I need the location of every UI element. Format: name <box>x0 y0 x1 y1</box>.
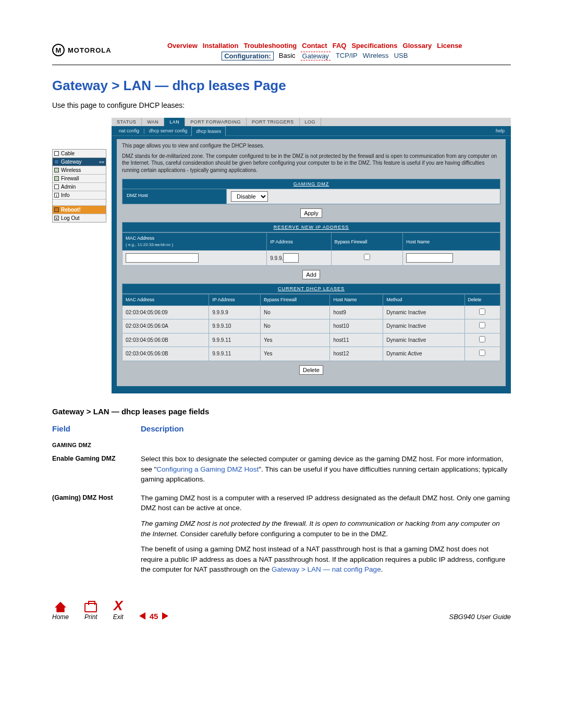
tab-status[interactable]: STATUS <box>112 118 142 126</box>
section-current-leases: CURRENT DHCP LEASES <box>122 283 500 294</box>
exit-icon: X <box>113 599 124 612</box>
delete-checkbox[interactable] <box>479 322 485 328</box>
panel-desc-2: DMZ stands for de-militarized zone. The … <box>122 153 500 174</box>
top-bar: M MOTOROLA Overview Installation Trouble… <box>52 42 511 60</box>
page-number: 45 <box>150 612 158 621</box>
subnav-wireless[interactable]: Wireless <box>363 52 389 60</box>
col-field: Field <box>52 423 141 439</box>
help-link[interactable]: help <box>493 126 508 135</box>
panel-tabs: STATUS WAN LAN PORT FORWARDING PORT TRIG… <box>112 118 511 126</box>
sidebar-spacer <box>53 200 106 206</box>
subnav-gateway[interactable]: Gateway <box>301 52 331 60</box>
sidebar-item-gateway[interactable]: Gateway»» <box>53 158 106 166</box>
sidebar-item-cable[interactable]: Cable <box>53 150 106 158</box>
print-button[interactable]: Print <box>84 603 97 621</box>
reserve-host-input[interactable] <box>406 253 453 263</box>
section-reserve-ip: RESERVE NEW IP ADDRESS <box>122 222 500 232</box>
intro-text: Use this page to configure DHCP leases: <box>52 101 511 109</box>
prev-page-button[interactable] <box>139 612 145 620</box>
chevron-right-icon: »» <box>99 159 104 165</box>
subtab-dhcp-leases[interactable]: dhcp leases <box>191 126 226 136</box>
nav-specifications[interactable]: Specifications <box>351 42 397 50</box>
nav-faq[interactable]: FAQ <box>333 42 347 50</box>
tab-port-triggers[interactable]: PORT TRIGGERS <box>247 118 300 126</box>
config-panel: STATUS WAN LAN PORT FORWARDING PORT TRIG… <box>112 118 511 393</box>
subtab-dhcp-server[interactable]: dhcp server config <box>145 126 192 135</box>
delete-checkbox[interactable] <box>479 350 485 356</box>
table-row: 02:03:04:05:06:0B9.9.9.11Yeshost12Dynami… <box>123 347 500 361</box>
sidebar-item-firewall[interactable]: Firewall <box>53 175 106 183</box>
fields-heading: Gateway > LAN — dhcp leases page fields <box>52 407 511 416</box>
reserve-col-bypass: Bypass Firewall <box>331 233 403 251</box>
guide-name: SBG940 User Guide <box>449 613 511 621</box>
subnav-tcpip[interactable]: TCP/IP <box>336 52 358 60</box>
dmz-host-label: DMZ Host <box>123 189 227 204</box>
add-button[interactable]: Add <box>302 270 320 279</box>
sidebar-item-admin[interactable]: Admin <box>53 183 106 191</box>
reserve-col-ip: IP Address <box>267 233 331 251</box>
field-table: Field Description GAMING DMZ Enable Gami… <box>52 423 511 583</box>
config-label: Configuration: <box>222 52 274 60</box>
dmz-host-select[interactable]: Disable <box>231 191 268 202</box>
table-row: 02:03:04:05:06:0B9.9.9.11Yeshost11Dynami… <box>123 333 500 347</box>
ft-enable-gaming-label: Enable Gaming DMZ <box>52 454 141 493</box>
nav-glossary[interactable]: Glossary <box>403 42 432 50</box>
nav-installation[interactable]: Installation <box>203 42 239 50</box>
tab-wan[interactable]: WAN <box>142 118 164 126</box>
ft-dmz-host-desc: The gaming DMZ host is a computer with a… <box>141 493 511 583</box>
page-navigator: 45 <box>139 612 169 621</box>
table-row: 02:03:04:05:06:0A9.9.9.10Nohost10Dynamic… <box>123 319 500 334</box>
link-nat-config-page[interactable]: Gateway > LAN — nat config Page <box>272 565 381 573</box>
reserve-ip-table: MAC Address( e.g., 11:22:33:aa:bb:cc ) I… <box>122 232 500 266</box>
reserve-ip-input[interactable] <box>283 253 299 263</box>
config-subnav: Configuration: Basic Gateway TCP/IP Wire… <box>119 52 511 60</box>
delete-checkbox[interactable] <box>479 309 485 315</box>
panel-desc-1: This page allows you to view and configu… <box>122 142 500 150</box>
sidebar: Cable Gateway»» Wireless Firewall Admin … <box>52 149 106 223</box>
subtab-nat-config[interactable]: nat config <box>115 126 143 135</box>
reserve-col-mac: MAC Address( e.g., 11:22:33:aa:bb:cc ) <box>123 233 267 251</box>
page-title: Gateway > LAN — dhcp leases Page <box>52 78 511 94</box>
table-row: 02:03:04:05:06:099.9.9.9Nohost9Dynamic I… <box>123 305 500 319</box>
subnav-usb[interactable]: USB <box>394 52 408 60</box>
leases-table: MAC Address IP Address Bypass Firewall H… <box>122 294 500 361</box>
ft-dmz-host-label: (Gaming) DMZ Host <box>52 493 141 583</box>
section-gaming-dmz: GAMING DMZ <box>122 179 500 189</box>
panel-subtabs: nat config | dhcp server config dhcp lea… <box>112 126 511 136</box>
subnav-basic[interactable]: Basic <box>279 52 296 60</box>
home-button[interactable]: Home <box>52 602 69 621</box>
sidebar-logout[interactable]: XLog Out <box>53 214 106 222</box>
tab-port-forwarding[interactable]: PORT FORWARDING <box>185 118 247 126</box>
nav-overview[interactable]: Overview <box>167 42 198 50</box>
panel-body: This page allows you to view and configu… <box>117 139 506 386</box>
tab-lan[interactable]: LAN <box>164 118 185 126</box>
brand-logo: M MOTOROLA <box>52 44 112 56</box>
primary-nav: Overview Installation Troubleshooting Co… <box>119 42 511 50</box>
delete-checkbox[interactable] <box>479 336 485 342</box>
brand-text: MOTOROLA <box>68 46 112 54</box>
sidebar-item-info[interactable]: iInfo <box>53 191 106 200</box>
link-configuring-dmz[interactable]: Configuring a Gaming DMZ Host <box>156 465 259 473</box>
motorola-icon: M <box>52 44 65 56</box>
page-footer: Home Print XExit 45 SBG940 User Guide <box>52 599 511 621</box>
sidebar-item-wireless[interactable]: Wireless <box>53 166 106 175</box>
sidebar-reboot[interactable]: Reboot! <box>53 206 106 214</box>
delete-button[interactable]: Delete <box>299 365 323 375</box>
reserve-col-host: Host Name <box>403 233 500 251</box>
ft-section-gaming: GAMING DMZ <box>52 441 511 450</box>
exit-button[interactable]: XExit <box>113 599 124 621</box>
reserve-bypass-checkbox[interactable] <box>364 254 370 260</box>
nav-contact[interactable]: Contact <box>302 42 327 50</box>
divider <box>52 65 511 65</box>
reserve-mac-input[interactable] <box>126 253 199 263</box>
nav-troubleshooting[interactable]: Troubleshooting <box>243 42 297 50</box>
next-page-button[interactable] <box>162 612 168 620</box>
ft-enable-gaming-desc: Select this box to designate the selecte… <box>141 454 511 493</box>
col-description: Description <box>141 423 511 439</box>
tab-log[interactable]: LOG <box>300 118 322 126</box>
apply-button[interactable]: Apply <box>300 208 322 218</box>
print-icon <box>84 603 97 612</box>
nav-license[interactable]: License <box>437 42 462 50</box>
home-icon <box>55 602 66 612</box>
